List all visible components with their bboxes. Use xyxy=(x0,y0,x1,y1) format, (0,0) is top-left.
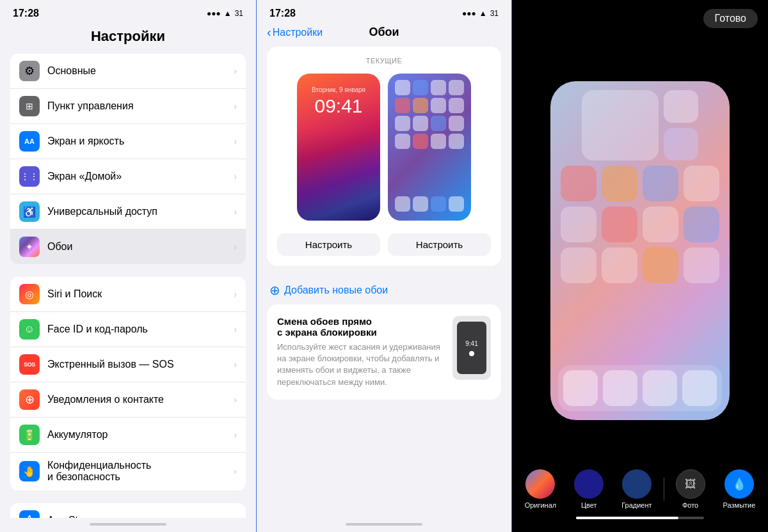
wallpaper-chevron: › xyxy=(234,242,237,252)
settings-item-accessibility[interactable]: ♿ Универсальный доступ › xyxy=(10,194,246,230)
app-19 xyxy=(431,196,446,212)
appstore-label: App Store xyxy=(47,514,230,518)
blur-slider[interactable] xyxy=(576,517,704,519)
tab-gradient[interactable]: Градиент xyxy=(612,469,660,509)
display-icon: AA xyxy=(19,131,40,152)
app-3 xyxy=(431,80,446,95)
home-screen-preview[interactable] xyxy=(388,74,471,221)
faceid-chevron: › xyxy=(234,324,237,334)
info-text: Смена обоев прямос экрана блокировки Исп… xyxy=(277,316,444,388)
tab-blur[interactable]: 💧 Размытие xyxy=(714,469,765,509)
add-wallpaper-row[interactable]: ⊕ Добавить новые обои xyxy=(267,276,501,304)
app-20 xyxy=(449,196,464,212)
status-icons-1: ●●● ▲ 31 xyxy=(207,9,243,18)
contact-icon: ⊕ xyxy=(19,389,40,410)
original-tab-icon xyxy=(525,469,555,499)
settings-item-sos[interactable]: SOS Экстренный вызов — SOS › xyxy=(10,347,246,382)
appstore-icon: A xyxy=(19,510,40,518)
e-app-8 xyxy=(684,207,719,242)
battery-icon: 🔋 xyxy=(19,425,40,445)
general-chevron: › xyxy=(234,66,237,76)
settings-item-faceid[interactable]: ☺ Face ID и код-пароль › xyxy=(10,312,246,347)
control-label: Пункт управления xyxy=(47,100,230,112)
contact-chevron: › xyxy=(234,395,237,405)
tab-original[interactable]: Оригинал xyxy=(516,469,566,509)
settings-item-battery[interactable]: 🔋 Аккумулятор › xyxy=(10,418,246,453)
settings-group-bottom: A App Store › 💳 Wallet и Apple Pay › xyxy=(10,503,246,518)
tab-color[interactable]: Цвет xyxy=(565,469,612,509)
settings-item-privacy[interactable]: 🤚 Конфиденциальностьи безопасность › xyxy=(10,453,246,490)
status-bar-2: 17:28 ●●● ▲ 31 xyxy=(257,0,511,23)
siri-icon: ◎ xyxy=(19,284,40,304)
settings-item-control[interactable]: ⊞ Пункт управления › xyxy=(10,89,246,124)
wallpaper-page-title: Обои xyxy=(369,26,399,39)
customize-home-btn[interactable]: Настроить xyxy=(388,233,491,256)
lock-overlay xyxy=(297,132,380,221)
general-icon: ⚙ xyxy=(19,61,40,81)
add-wallpaper-label: Добавить новые обои xyxy=(284,285,388,296)
editor-home-grid xyxy=(550,81,730,420)
sos-icon: SOS xyxy=(19,354,40,375)
wallpaper-previews: Вторник, 9 января 09:41 xyxy=(277,74,491,221)
control-icon: ⊞ xyxy=(19,96,40,116)
editor-row-widgets xyxy=(558,90,722,160)
dock-1 xyxy=(563,370,598,406)
settings-group-mid: ◎ Siri и Поиск › ☺ Face ID и код-пароль … xyxy=(10,277,246,490)
display-chevron: › xyxy=(234,136,237,146)
app-8 xyxy=(449,98,464,113)
current-wallpaper-card: ТЕКУЩИЕ Вторник, 9 января 09:41 xyxy=(267,47,501,266)
photo-tab-label: Фото xyxy=(682,501,698,509)
e-app-11 xyxy=(643,247,678,283)
app-5 xyxy=(395,98,410,113)
contact-label: Уведомления о контакте xyxy=(47,393,230,405)
info-body: Используйте жест касания и удерживания н… xyxy=(277,341,444,388)
lock-screen-preview[interactable]: Вторник, 9 января 09:41 xyxy=(297,74,380,221)
blur-tab-icon: 💧 xyxy=(724,469,754,499)
sos-chevron: › xyxy=(234,359,237,370)
gradient-tab-icon xyxy=(622,469,652,499)
settings-item-general[interactable]: ⚙ Основные › xyxy=(10,54,246,89)
app-row-1 xyxy=(392,80,467,95)
wallpaper-content: ТЕКУЩИЕ Вторник, 9 января 09:41 xyxy=(257,47,511,518)
e-app-2 xyxy=(602,166,637,201)
e-app-1 xyxy=(561,166,596,201)
app-row-3 xyxy=(392,116,467,131)
app-6 xyxy=(413,98,428,113)
settings-item-display[interactable]: AA Экран и яркость › xyxy=(10,124,246,159)
editor-phone-container xyxy=(512,33,768,462)
settings-item-contact[interactable]: ⊕ Уведомления о контакте › xyxy=(10,382,246,418)
home-chevron: › xyxy=(234,171,237,182)
app-15 xyxy=(431,134,446,149)
info-phone-screen: 9:41 xyxy=(457,322,486,374)
e-app-7 xyxy=(643,207,678,242)
wallpaper-label: Обои xyxy=(47,240,230,253)
app-14 xyxy=(413,134,428,149)
settings-item-siri[interactable]: ◎ Siri и Поиск › xyxy=(10,277,246,312)
settings-group-top: ⚙ Основные › ⊞ Пункт управления › AA Экр… xyxy=(10,54,246,264)
app-18 xyxy=(413,196,428,212)
app-row-4 xyxy=(392,134,467,149)
done-button[interactable]: Готово xyxy=(703,9,758,28)
siri-chevron: › xyxy=(234,289,237,299)
info-title: Смена обоев прямос экрана блокировки xyxy=(277,316,444,338)
tab-photo[interactable]: 🖼 Фото xyxy=(667,469,714,509)
back-button[interactable]: ‹ Настройки xyxy=(267,25,323,40)
back-label: Настройки xyxy=(273,27,323,38)
gradient-tab-label: Градиент xyxy=(621,501,652,509)
home-indicator-1 xyxy=(90,523,166,526)
settings-list: ⚙ Основные › ⊞ Пункт управления › AA Экр… xyxy=(0,54,256,518)
e-app-3 xyxy=(643,166,678,201)
battery-chevron: › xyxy=(234,430,237,440)
info-phone-preview: 9:41 xyxy=(452,316,491,380)
settings-item-appstore[interactable]: A App Store › xyxy=(10,503,246,518)
widget-large xyxy=(582,90,659,160)
settings-item-home[interactable]: ⋮⋮ Экран «Домой» › xyxy=(10,159,246,194)
customize-lock-btn[interactable]: Настроить xyxy=(277,233,380,256)
add-icon: ⊕ xyxy=(269,283,280,298)
editor-app-row-1 xyxy=(558,166,722,201)
app-10 xyxy=(413,116,428,131)
app-2 xyxy=(413,80,428,95)
back-arrow-icon: ‹ xyxy=(267,25,271,40)
editor-app-row-2 xyxy=(558,207,722,242)
settings-item-wallpaper[interactable]: ✦ Обои › xyxy=(10,230,246,264)
